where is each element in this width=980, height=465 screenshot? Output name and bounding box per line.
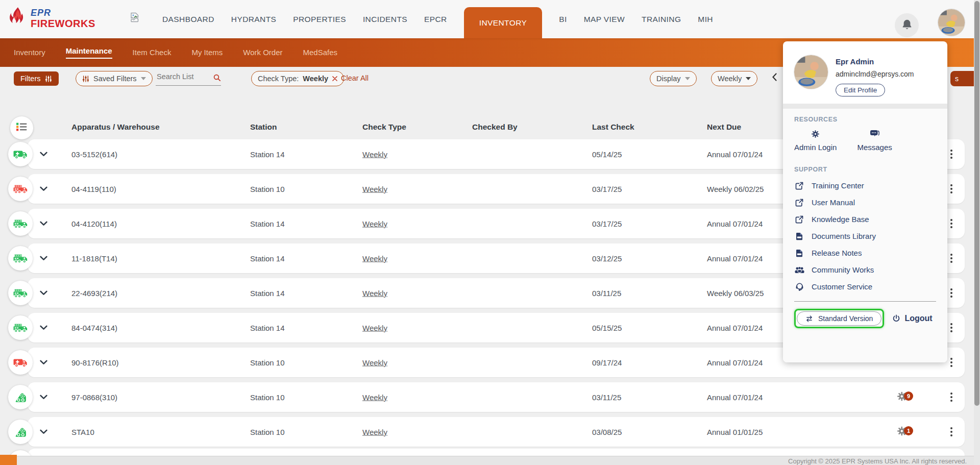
edit-profile-button[interactable]: Edit Profile	[836, 84, 885, 96]
clear-all-link[interactable]: Clear All	[341, 74, 369, 82]
period-dropdown[interactable]: Weekly	[711, 71, 757, 86]
row-menu-icon[interactable]	[950, 219, 952, 228]
nav-item-mih[interactable]: MIH	[698, 15, 713, 24]
next-due-cell: Annual 01/01/25	[707, 428, 763, 436]
display-dropdown[interactable]: Display	[650, 71, 697, 86]
apparatus-id: 04-4119(110)	[71, 185, 116, 193]
support-link-release-notes[interactable]: Release Notes	[794, 244, 936, 261]
station-cell: Station 14	[250, 150, 285, 159]
support-link-label: Customer Service	[812, 282, 872, 291]
gear-icon	[811, 130, 820, 140]
search-icon[interactable]	[213, 74, 221, 84]
row-menu-icon[interactable]	[950, 254, 952, 263]
filters-button-label: Filters	[20, 75, 40, 83]
logo-text: EPR FIREWORKS	[31, 8, 95, 29]
broken-image-icon	[130, 12, 139, 25]
expand-chevron-icon[interactable]	[40, 325, 47, 330]
last-check-cell: 03/11/25	[592, 289, 621, 298]
resource-item-messages[interactable]: Messages	[857, 130, 892, 152]
resource-item-label: Messages	[857, 143, 892, 152]
nav-item-epcr[interactable]: EPCR	[424, 15, 447, 24]
check-type-link[interactable]: Weekly	[362, 219, 387, 228]
expand-chevron-icon[interactable]	[40, 186, 47, 191]
nav-item-bi[interactable]: BI	[559, 15, 567, 24]
row-menu-icon[interactable]	[950, 184, 952, 193]
external-link-icon	[794, 215, 804, 224]
ambulance-icon-red	[8, 350, 33, 375]
last-check-cell: 03/08/25	[592, 428, 622, 436]
maintenance-count-badge: 9	[904, 391, 913, 401]
profile-avatar	[794, 55, 828, 89]
filters-button[interactable]: Filters	[14, 71, 59, 86]
expand-chevron-icon[interactable]	[40, 221, 47, 226]
firetruck-icon-green	[8, 315, 33, 340]
chip-remove-icon[interactable]	[332, 76, 337, 81]
apparatus-id: 11-1818(T14)	[71, 254, 117, 263]
support-link-training-center[interactable]: Training Center	[794, 177, 936, 194]
subnav-item-my-items[interactable]: My Items	[191, 48, 223, 58]
check-type-link[interactable]: Weekly	[362, 150, 387, 159]
subnav-item-work-order[interactable]: Work Order	[243, 48, 282, 58]
firetruck-icon-red	[8, 177, 33, 201]
check-type-link[interactable]: Weekly	[362, 289, 387, 298]
apparatus-id: 97-0868(310)	[71, 393, 117, 402]
notifications-button[interactable]	[895, 13, 919, 37]
epr-fireworks-logo[interactable]: EPR FIREWORKS	[8, 7, 95, 30]
check-type-link[interactable]: Weekly	[362, 324, 387, 332]
scrollbar-thumb[interactable]	[974, 1, 979, 406]
check-type-link[interactable]: Weekly	[362, 393, 387, 402]
standard-version-label: Standard Version	[818, 314, 873, 323]
row-menu-icon[interactable]	[950, 358, 952, 367]
expand-chevron-icon[interactable]	[40, 256, 47, 261]
nav-item-training[interactable]: TRAINING	[642, 15, 681, 24]
support-link-knowledge-base[interactable]: Knowledge Base	[794, 211, 936, 228]
check-type-link[interactable]: Weekly	[362, 185, 387, 193]
subnav-item-inventory[interactable]: Inventory	[14, 48, 45, 58]
nav-item-properties[interactable]: PROPERTIES	[293, 15, 346, 24]
support-link-documents-library[interactable]: Documents Library	[794, 228, 936, 244]
expand-chevron-icon[interactable]	[40, 290, 47, 296]
maintenance-gear-icon[interactable]: 9	[896, 390, 909, 404]
nav-item-dashboard[interactable]: DASHBOARD	[162, 15, 214, 24]
support-link-user-manual[interactable]: User Manual	[794, 194, 936, 211]
subnav-item-item-check[interactable]: Item Check	[133, 48, 172, 58]
profile-email: adminclmd@eprsys.com	[836, 70, 914, 78]
nav-item-inventory[interactable]: INVENTORY	[464, 7, 542, 38]
check-type-link[interactable]: Weekly	[362, 358, 387, 367]
saved-filters-dropdown[interactable]: Saved Filters	[76, 71, 153, 86]
equipment-icon-green	[8, 385, 33, 409]
expand-chevron-icon[interactable]	[40, 395, 47, 400]
nav-item-map-view[interactable]: MAP VIEW	[584, 15, 625, 24]
expand-chevron-icon[interactable]	[40, 360, 47, 365]
subnav-item-medsafes[interactable]: MedSafes	[303, 48, 338, 58]
support-link-label: Community Works	[812, 265, 874, 274]
support-link-customer-service[interactable]: Customer Service	[794, 278, 936, 295]
support-link-community-works[interactable]: Community Works	[794, 261, 936, 278]
row-menu-icon[interactable]	[950, 427, 952, 436]
search-field	[156, 72, 221, 86]
footer: Copyright © 2025 EPR Systems USA Inc. Al…	[0, 456, 980, 465]
row-menu-icon[interactable]	[950, 323, 952, 332]
maintenance-gear-icon[interactable]: 1	[896, 425, 909, 439]
user-avatar[interactable]	[938, 9, 965, 36]
expand-chevron-icon[interactable]	[40, 152, 47, 157]
power-icon	[892, 314, 900, 323]
scrollbar-track	[974, 0, 980, 465]
collapse-panel-icon[interactable]	[772, 73, 777, 83]
check-type-link[interactable]: Weekly	[362, 254, 387, 263]
logout-button[interactable]: Logout	[892, 314, 932, 323]
subnav-item-maintenance[interactable]: Maintenance	[66, 46, 112, 59]
check-type-link[interactable]: Weekly	[362, 428, 387, 436]
row-menu-icon[interactable]	[950, 150, 952, 159]
expand-chevron-icon[interactable]	[40, 429, 47, 434]
search-input[interactable]	[156, 72, 211, 81]
bell-icon	[902, 19, 912, 32]
row-menu-icon[interactable]	[950, 393, 952, 402]
nav-item-hydrants[interactable]: HYDRANTS	[231, 15, 276, 24]
nav-item-incidents[interactable]: INCIDENTS	[363, 15, 407, 24]
sliders-icon	[45, 76, 52, 82]
standard-version-button[interactable]: Standard Version	[797, 311, 881, 326]
resource-item-admin-login[interactable]: Admin Login	[794, 130, 837, 152]
row-menu-icon[interactable]	[950, 288, 952, 298]
status-legend-button[interactable]	[10, 116, 33, 139]
